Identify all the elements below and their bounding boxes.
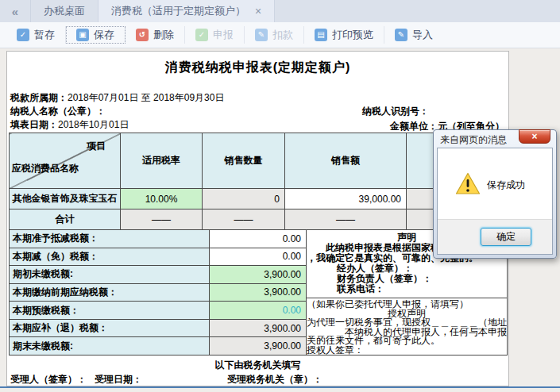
item-name-cell: 其他金银首饰及珠宝玉石 bbox=[10, 189, 121, 209]
save-icon: ▣ bbox=[76, 29, 89, 41]
tab-close-icon[interactable]: × bbox=[255, 6, 261, 17]
panel-bottom-border bbox=[0, 386, 560, 388]
button-label: 扣款 bbox=[272, 28, 293, 42]
authorization-note: （如果你已委托代理人申报，请填写） bbox=[307, 300, 507, 309]
printer-icon: ▤ bbox=[315, 29, 327, 41]
table-row: 本期准予抵减税额：0.00 bbox=[10, 230, 307, 248]
column-header-tax-rate: 适用税率 bbox=[121, 133, 203, 189]
summary-label: 期末未缴税额: bbox=[10, 337, 210, 355]
authorizer-signature-label: 授权人签章： bbox=[307, 346, 507, 355]
total-qty-cell: —— bbox=[203, 209, 285, 230]
print-preview-button[interactable]: ▤ 打印预览 bbox=[304, 26, 384, 44]
authorization-block: （如果你已委托代理人申报，请填写） 授权声明 为代理一切税务事宜，现授权＿＿＿＿… bbox=[307, 298, 507, 355]
summary-label: 本期预缴税额： bbox=[10, 302, 210, 320]
fill-date-line: 填表日期：2018年10月01日 bbox=[10, 118, 129, 132]
fill-date-value: 2018年10月01日 bbox=[58, 119, 129, 130]
tax-period-label: 税款所属期： bbox=[10, 92, 68, 103]
deduct-button[interactable]: ✎ 扣款 bbox=[245, 26, 304, 44]
dialog-body: 保存成功 bbox=[438, 148, 552, 219]
tax-summary-table: 本期准予抵减税额：0.00 本期减（免）税额：0.00 期初未缴税额:3,900… bbox=[9, 229, 307, 355]
total-label-cell: 合计 bbox=[10, 209, 121, 230]
button-label: 导入 bbox=[412, 28, 433, 42]
close-icon[interactable]: × bbox=[519, 129, 550, 144]
accept-office-label: 受理税务机关（章）： bbox=[227, 373, 322, 386]
phone-label: 联系电话： bbox=[307, 284, 507, 294]
authorization-text-line: ＿＿＿＿本纳税人的代理申报人，任何与本申报表有 bbox=[307, 328, 507, 337]
summary-label: 本期应补（退）税额： bbox=[10, 319, 210, 337]
table-row: 本期预缴税额：0.00 bbox=[10, 302, 307, 320]
delete-button[interactable]: ↺ 删除 bbox=[126, 26, 185, 44]
column-header-sales-qty: 销售数量 bbox=[203, 133, 285, 189]
webpage-message-dialog: 来自网页的消息 × 保存成功 确定 bbox=[433, 129, 557, 259]
table-row: 本期减（免）税额：0.00 bbox=[10, 248, 307, 266]
check-icon: ✓ bbox=[17, 29, 29, 41]
corner-label-project: 项目 bbox=[87, 140, 106, 153]
summary-value[interactable]: 3,900.00 bbox=[210, 283, 307, 302]
summary-value[interactable]: 0.00 bbox=[210, 230, 307, 248]
button-label: 删除 bbox=[153, 28, 174, 42]
taxpayer-name-label: 纳税人名称（公章）： bbox=[10, 105, 106, 118]
pencil-icon: ✎ bbox=[255, 29, 268, 41]
check-icon: ✓ bbox=[195, 29, 208, 41]
button-label: 打印预览 bbox=[332, 28, 373, 42]
table-row: 本期应补（退）税额：3,900.00 bbox=[10, 319, 307, 337]
tab-label: 消费税（适用于定期定额户） bbox=[111, 4, 245, 18]
summary-label: 本期准予抵减税额： bbox=[10, 230, 210, 248]
tab-tax-desktop[interactable]: 办税桌面 bbox=[30, 0, 98, 22]
dialog-client-area: 保存成功 确定 bbox=[437, 148, 553, 255]
tab-consumption-tax[interactable]: 消费税（适用于定期定额户） × bbox=[98, 0, 275, 22]
import-button[interactable]: ✎ 导入 bbox=[384, 26, 443, 44]
save-button[interactable]: ▣ 保存 bbox=[66, 26, 126, 44]
corner-label-item-name: 应税消费品名称 bbox=[12, 162, 79, 175]
tax-office-section-note: 以下由税务机关填写 bbox=[7, 359, 508, 372]
dialog-title: 来自网页的消息 bbox=[440, 133, 507, 147]
tax-period-value: 2018年07月01日 至 2018年09月30日 bbox=[68, 92, 224, 103]
summary-label: 本期缴纳前期应纳税额： bbox=[10, 283, 210, 302]
button-label: 申报 bbox=[213, 28, 234, 42]
warning-icon bbox=[455, 172, 481, 198]
table-corner-cell: 项目 应税消费品名称 bbox=[10, 133, 121, 189]
collapse-tabs-icon[interactable]: « bbox=[0, 0, 30, 22]
agent-signature-label: 经办人（签章）： bbox=[307, 263, 507, 274]
sales-amount-cell[interactable]: 39,000.00 bbox=[285, 189, 407, 209]
tax-rate-cell[interactable]: 10.00% bbox=[121, 189, 203, 209]
summary-value[interactable]: 0.00 bbox=[210, 302, 307, 320]
authorization-text-line: 为代理一切税务事宜，现授权＿＿＿＿＿（地址） bbox=[307, 318, 507, 328]
summary-value: 3,900.00 bbox=[210, 319, 307, 337]
dialog-message: 保存成功 bbox=[487, 179, 525, 192]
fill-date-label: 填表日期： bbox=[10, 119, 58, 130]
accept-date-label: 受理日期： bbox=[95, 373, 142, 386]
summary-label: 期初未缴税额: bbox=[10, 266, 210, 284]
table-row: 期末未缴税额:3,900.00 bbox=[10, 337, 307, 355]
authorization-text-line: 关的往来文件，都可寄予此人。 bbox=[307, 336, 507, 346]
table-row: 本期缴纳前期应纳税额：3,900.00 bbox=[10, 283, 307, 302]
summary-value: 3,900.00 bbox=[210, 337, 307, 355]
summary-value[interactable]: 3,900.00 bbox=[210, 266, 307, 284]
app-window: « 办税桌面 消费税（适用于定期定额户） × ✓ 暂存 ▣ 保存 ↺ 删除 ✓ … bbox=[0, 0, 560, 392]
delete-icon: ↺ bbox=[136, 29, 149, 41]
summary-label: 本期减（免）税额： bbox=[10, 248, 210, 266]
cfo-signature-label: 财务负责人（签章）： bbox=[307, 274, 507, 284]
button-label: 保存 bbox=[94, 28, 114, 42]
taxpayer-id-label: 纳税人识别号： bbox=[362, 105, 429, 118]
column-header-sales-amount: 销售额 bbox=[285, 133, 407, 189]
authorization-title: 授权声明 bbox=[307, 309, 507, 319]
form-title: 消费税纳税申报表(定期定额户) bbox=[7, 60, 508, 76]
tax-period-line: 税款所属期：2018年07月01日 至 2018年09月30日 bbox=[10, 91, 224, 105]
sales-qty-cell: 0 bbox=[203, 189, 285, 209]
tab-bar: « 办税桌面 消费税（适用于定期定额户） × bbox=[0, 0, 560, 22]
pencil-icon: ✎ bbox=[395, 29, 407, 41]
dialog-footer: 确定 bbox=[438, 219, 552, 254]
temp-save-button[interactable]: ✓ 暂存 bbox=[6, 26, 66, 44]
toolbar: ✓ 暂存 ▣ 保存 ↺ 删除 ✓ 申报 ✎ 扣款 ▤ 打印预览 ✎ 导入 bbox=[0, 22, 560, 48]
table-row: 期初未缴税额:3,900.00 bbox=[10, 266, 307, 284]
tab-label: 办税桌面 bbox=[44, 4, 85, 18]
acceptor-label: 受理人（签章）： bbox=[10, 373, 87, 386]
total-rate-cell: —— bbox=[121, 209, 203, 230]
declare-button[interactable]: ✓ 申报 bbox=[185, 26, 245, 44]
summary-value[interactable]: 0.00 bbox=[210, 248, 307, 266]
ok-button[interactable]: 确定 bbox=[481, 228, 531, 246]
button-label: 暂存 bbox=[34, 28, 55, 42]
total-amount-cell: —— bbox=[285, 209, 407, 230]
